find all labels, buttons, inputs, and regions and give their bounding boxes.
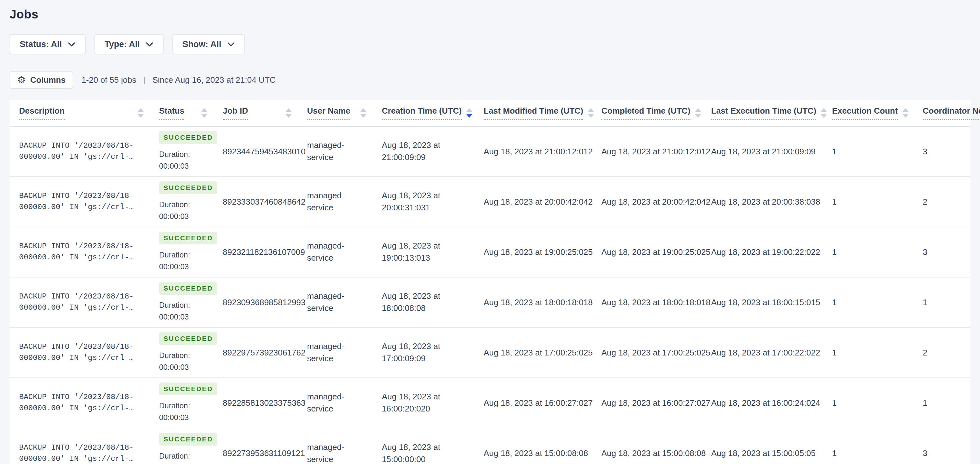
sort-arrows-icon[interactable] bbox=[821, 108, 827, 118]
job-id-cell: 892285813023375363 bbox=[216, 378, 301, 428]
column-header[interactable]: Completed Time (UTC) bbox=[595, 100, 705, 126]
jobs-count-text: 1-20 of 55 jobs bbox=[81, 75, 136, 85]
job-description[interactable]: BACKUP INTO '/2023/08/18-000000.00' IN '… bbox=[19, 442, 136, 464]
creation-time-cell: Aug 18, 2023 at 17:00:09:09 bbox=[375, 327, 477, 378]
job-id[interactable]: 892309368985812993 bbox=[223, 298, 305, 307]
execution-count: 1 bbox=[826, 126, 916, 177]
duration-label: Duration: bbox=[159, 400, 210, 411]
coordinator-node: 1 bbox=[916, 378, 970, 428]
job-id-cell: 892344759453483010 bbox=[216, 126, 301, 177]
sort-arrows-icon[interactable] bbox=[902, 108, 909, 118]
column-header[interactable]: Status bbox=[153, 100, 216, 126]
last-modified-time: Aug 18, 2023 at 20:00:42:042 bbox=[477, 177, 595, 227]
table-row[interactable]: BACKUP INTO '/2023/08/18-000000.00' IN '… bbox=[10, 428, 970, 464]
chevron-down-icon bbox=[146, 42, 153, 47]
creation-time-cell: Aug 18, 2023 at 15:00:00:00 bbox=[375, 428, 477, 464]
job-id[interactable]: 892321182136107009 bbox=[223, 247, 305, 257]
column-header[interactable]: Last Execution Time (UTC) bbox=[705, 100, 826, 126]
job-description[interactable]: BACKUP INTO '/2023/08/18-000000.00' IN '… bbox=[19, 191, 136, 213]
table-row[interactable]: BACKUP INTO '/2023/08/18-000000.00' IN '… bbox=[10, 378, 970, 428]
last-modified-time: Aug 18, 2023 at 19:00:25:025 bbox=[477, 227, 595, 277]
status-badge: SUCCEEDED bbox=[159, 282, 217, 295]
last-execution-time: Aug 18, 2023 at 19:00:22:022 bbox=[705, 227, 826, 277]
table-row[interactable]: BACKUP INTO '/2023/08/18-000000.00' IN '… bbox=[10, 277, 970, 327]
creation-time-cell: Aug 18, 2023 at 18:00:08:08 bbox=[375, 277, 477, 327]
job-id[interactable]: 892344759453483010 bbox=[223, 147, 305, 156]
job-id[interactable]: 892297573923061762 bbox=[223, 348, 305, 357]
table-row[interactable]: BACKUP INTO '/2023/08/18-000000.00' IN '… bbox=[10, 327, 970, 378]
sort-arrows-icon[interactable] bbox=[588, 108, 594, 118]
creation-time-cell: Aug 18, 2023 at 21:00:09:09 bbox=[375, 126, 477, 177]
table-row[interactable]: BACKUP INTO '/2023/08/18-000000.00' IN '… bbox=[10, 227, 970, 277]
column-header[interactable]: Execution Count bbox=[826, 100, 916, 126]
column-header[interactable]: Creation Time (UTC) bbox=[375, 100, 477, 126]
job-id-cell: 892297573923061762 bbox=[216, 327, 301, 378]
status-filter-dropdown[interactable]: Status: All bbox=[10, 34, 86, 54]
creation-time: Aug 18, 2023 at 21:00:09:09 bbox=[382, 139, 448, 163]
column-header-label: Execution Count bbox=[832, 106, 898, 120]
job-id-cell: 892309368985812993 bbox=[216, 277, 301, 327]
execution-count: 1 bbox=[826, 378, 916, 428]
job-id[interactable]: 892273953631109121 bbox=[223, 448, 305, 458]
columns-button-label: Columns bbox=[30, 75, 65, 85]
completed-time: Aug 18, 2023 at 18:00:18:018 bbox=[595, 277, 705, 327]
filter-bar: Status: All Type: All Show: All bbox=[10, 34, 970, 54]
completed-time: Aug 18, 2023 at 21:00:12:012 bbox=[595, 126, 705, 177]
sort-arrows-icon[interactable] bbox=[137, 108, 144, 118]
show-filter-label: Show: All bbox=[183, 40, 221, 49]
coordinator-node: 3 bbox=[916, 428, 970, 464]
sort-arrows-icon[interactable] bbox=[285, 108, 292, 118]
status-badge: SUCCEEDED bbox=[159, 232, 217, 244]
table-row[interactable]: BACKUP INTO '/2023/08/18-000000.00' IN '… bbox=[10, 177, 970, 227]
execution-count: 1 bbox=[826, 177, 916, 227]
user-name: managed-service bbox=[307, 341, 352, 364]
user-name: managed-service bbox=[307, 139, 352, 163]
table-row[interactable]: BACKUP INTO '/2023/08/18-000000.00' IN '… bbox=[10, 126, 970, 177]
sort-arrows-icon[interactable] bbox=[360, 108, 366, 118]
completed-time: Aug 18, 2023 at 19:00:25:025 bbox=[595, 227, 705, 277]
job-description[interactable]: BACKUP INTO '/2023/08/18-000000.00' IN '… bbox=[19, 140, 136, 163]
user-name-cell: managed-service bbox=[301, 378, 375, 428]
job-description[interactable]: BACKUP INTO '/2023/08/18-000000.00' IN '… bbox=[19, 392, 136, 414]
column-header-label: Coordinator Node bbox=[923, 106, 980, 120]
creation-time: Aug 18, 2023 at 20:00:31:031 bbox=[382, 190, 448, 214]
duration-label: Duration: bbox=[159, 148, 210, 160]
execution-count: 1 bbox=[826, 428, 916, 464]
duration-label: Duration: bbox=[159, 249, 210, 261]
last-execution-time: Aug 18, 2023 at 16:00:24:024 bbox=[705, 378, 826, 428]
duration-value: 00:00:03 bbox=[159, 462, 210, 464]
columns-button[interactable]: ⚙ Columns bbox=[10, 71, 73, 89]
sort-arrows-icon[interactable] bbox=[201, 108, 207, 118]
column-header-label: Job ID bbox=[223, 106, 248, 120]
job-description[interactable]: BACKUP INTO '/2023/08/18-000000.00' IN '… bbox=[19, 341, 136, 364]
page-title: Jobs bbox=[10, 8, 970, 21]
sort-arrows-icon[interactable] bbox=[466, 108, 473, 118]
user-name-cell: managed-service bbox=[301, 126, 375, 177]
status-badge: SUCCEEDED bbox=[159, 131, 217, 144]
column-header[interactable]: Last Modified Time (UTC) bbox=[477, 100, 595, 126]
column-header[interactable]: Job ID bbox=[216, 100, 301, 126]
job-id[interactable]: 892333037460848642 bbox=[223, 197, 305, 207]
column-header[interactable]: Description bbox=[10, 100, 153, 126]
duration-label: Duration: bbox=[159, 349, 210, 361]
type-filter-dropdown[interactable]: Type: All bbox=[94, 34, 164, 54]
creation-time: Aug 18, 2023 at 17:00:09:09 bbox=[382, 341, 448, 364]
show-filter-dropdown[interactable]: Show: All bbox=[172, 34, 245, 54]
column-header-label: Status bbox=[159, 106, 184, 120]
completed-time: Aug 18, 2023 at 20:00:42:042 bbox=[595, 177, 705, 227]
column-header-label: Completed Time (UTC) bbox=[601, 106, 690, 120]
column-header[interactable]: User Name bbox=[301, 100, 375, 126]
since-timestamp-text: Since Aug 16, 2023 at 21:04 UTC bbox=[153, 75, 275, 85]
completed-time: Aug 18, 2023 at 15:00:08:08 bbox=[595, 428, 705, 464]
execution-count: 1 bbox=[826, 327, 916, 378]
sort-arrows-icon[interactable] bbox=[695, 108, 701, 118]
column-header[interactable]: Coordinator Node bbox=[916, 100, 970, 126]
coordinator-node: 2 bbox=[916, 177, 970, 227]
job-description[interactable]: BACKUP INTO '/2023/08/18-000000.00' IN '… bbox=[19, 241, 136, 263]
gear-icon: ⚙ bbox=[17, 75, 26, 85]
toolbar-separator: | bbox=[143, 75, 145, 85]
creation-time: Aug 18, 2023 at 16:00:20:020 bbox=[382, 391, 448, 415]
job-description[interactable]: BACKUP INTO '/2023/08/18-000000.00' IN '… bbox=[19, 291, 136, 314]
job-id[interactable]: 892285813023375363 bbox=[223, 398, 305, 408]
creation-time-cell: Aug 18, 2023 at 20:00:31:031 bbox=[375, 177, 477, 227]
